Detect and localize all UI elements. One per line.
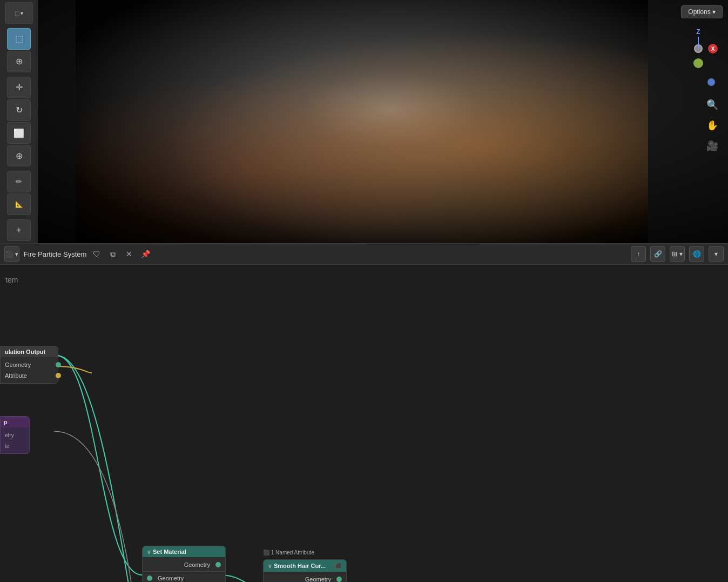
link-button[interactable]: 🔗 bbox=[650, 246, 665, 262]
smooth-hair-body: Geometry Geometry Amount 1.000 Shape 0.0… bbox=[264, 572, 346, 582]
select-box-tool[interactable]: ⬚ bbox=[7, 28, 31, 50]
set-material-header[interactable]: ∨ Set Material bbox=[143, 546, 225, 557]
set-material-title: Set Material bbox=[153, 548, 186, 555]
gizmo-z-axis: Z bbox=[696, 28, 700, 36]
left-partial-row2: te bbox=[1, 440, 29, 451]
annotate-tool[interactable]: ✏ bbox=[7, 171, 31, 192]
gizmo-y-dot[interactable] bbox=[693, 58, 703, 68]
options-right-button[interactable]: ▾ bbox=[709, 246, 724, 262]
viewport: ⬚ ▾ ⬚ ⊕ ✛ ↻ ⬜ ⊕ ✏ 📐 + Options ▾ Z X bbox=[0, 0, 728, 243]
navigation-gizmo[interactable]: Z X bbox=[677, 27, 720, 70]
options-button[interactable]: Options ▾ bbox=[681, 5, 723, 18]
add-tool[interactable]: + bbox=[7, 219, 31, 241]
sim-attribute-row: Attribute bbox=[1, 370, 58, 381]
node-editor-canvas[interactable]: tem ulation Output Geometry Attribute p … bbox=[0, 265, 728, 582]
back-button[interactable]: ↑ bbox=[631, 246, 646, 262]
smooth-hair-title: Smooth Hair Cur... bbox=[274, 563, 326, 569]
shield-button[interactable]: 🛡 bbox=[91, 248, 103, 260]
particles-effect bbox=[76, 0, 648, 243]
smooth-hair-node: ∨ Smooth Hair Cur... ⬛ Geometry Geometry… bbox=[263, 559, 347, 582]
gizmo-z-line bbox=[698, 37, 699, 49]
set-material-geometry-in: Geometry bbox=[143, 573, 225, 582]
pin-button[interactable]: 📌 bbox=[139, 248, 151, 260]
transform-tool[interactable]: ⊕ bbox=[7, 145, 31, 166]
measure-tool[interactable]: 📐 bbox=[7, 193, 31, 215]
camera-icon[interactable]: 🎥 bbox=[705, 138, 720, 153]
smooth-hair-header[interactable]: ∨ Smooth Hair Cur... ⬛ bbox=[264, 560, 346, 572]
left-partial-header: p bbox=[1, 417, 29, 427]
left-partial-node: p etry te bbox=[0, 416, 30, 454]
node-editor-header: ⬛ ▾ Fire Particle System 🛡 ⧉ ✕ 📌 ↑ 🔗 ⊞ ▾… bbox=[0, 243, 728, 265]
sim-output-header: ulation Output bbox=[1, 346, 58, 357]
canvas-system-label: tem bbox=[5, 276, 18, 284]
set-material-geometry-out: Geometry bbox=[143, 559, 225, 570]
move-tool[interactable]: ✛ bbox=[7, 77, 31, 98]
copy-button[interactable]: ⧉ bbox=[107, 248, 119, 260]
smooth-hair-geom-out: Geometry bbox=[264, 574, 346, 582]
rotate-tool[interactable]: ↻ bbox=[7, 99, 31, 121]
cursor-tool[interactable]: ⊕ bbox=[7, 51, 31, 72]
named-attribute-label: ⬛ 1 Named Attribute bbox=[263, 550, 314, 556]
left-partial-row1: etry bbox=[1, 430, 29, 440]
sim-attribute-socket[interactable] bbox=[56, 373, 61, 378]
gizmo-x-label: X bbox=[711, 46, 715, 52]
gizmo-x-dot[interactable]: X bbox=[708, 44, 718, 53]
scale-tool[interactable]: ⬜ bbox=[7, 122, 31, 144]
connections-svg bbox=[0, 265, 728, 582]
editor-type-button[interactable]: ⬚ ▾ bbox=[5, 2, 33, 24]
globe-button[interactable]: 🌐 bbox=[689, 246, 704, 262]
set-material-geom-out-socket[interactable] bbox=[215, 562, 221, 567]
set-material-body: Geometry Geometry Selection 🌐 Particles … bbox=[143, 557, 225, 582]
node-tree-title: Fire Particle System bbox=[24, 250, 86, 258]
viewport-background bbox=[0, 0, 728, 243]
smooth-hair-icon: ⬛ bbox=[334, 562, 342, 570]
node-type-button[interactable]: ⬛ ▾ bbox=[4, 246, 19, 262]
zoom-icon[interactable]: 🔍 bbox=[705, 97, 720, 112]
layout-button[interactable]: ⊞ ▾ bbox=[670, 246, 685, 262]
pan-icon[interactable]: ✋ bbox=[705, 118, 720, 133]
set-material-geom-in-socket[interactable] bbox=[147, 576, 152, 581]
left-toolbar: ⬚ ▾ ⬚ ⊕ ✛ ↻ ⬜ ⊕ ✏ 📐 + bbox=[0, 0, 38, 243]
gizmo-blue-dot[interactable] bbox=[707, 78, 715, 86]
set-material-node: ∨ Set Material Geometry Geometry Selecti… bbox=[142, 546, 226, 582]
sim-geometry-socket[interactable] bbox=[56, 362, 61, 367]
simulation-output-node: ulation Output Geometry Attribute bbox=[0, 346, 58, 384]
close-button[interactable]: ✕ bbox=[123, 248, 135, 260]
smooth-hair-geom-out-socket[interactable] bbox=[336, 577, 342, 582]
viewport-right-tools: 🔍 ✋ 🎥 bbox=[705, 97, 720, 153]
sim-geometry-row: Geometry bbox=[1, 359, 58, 370]
